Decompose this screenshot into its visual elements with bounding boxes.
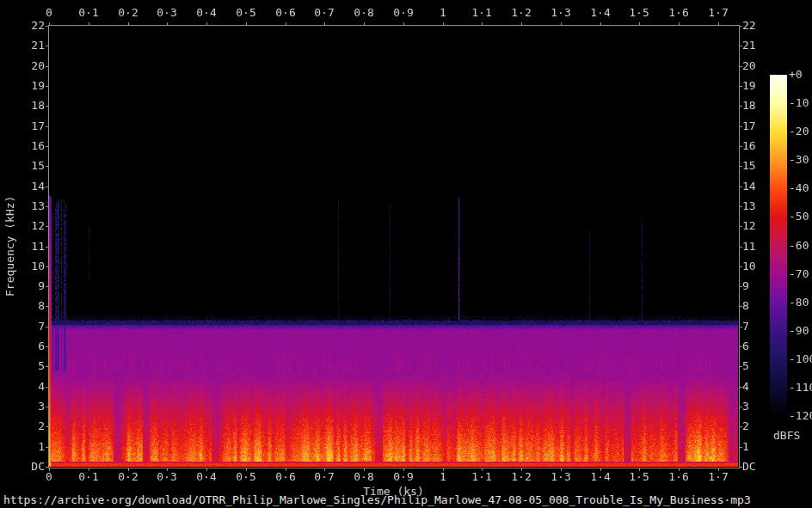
y-tick-mark-left <box>46 66 49 67</box>
y-tick-mark-left <box>46 86 49 87</box>
x-tick-label: 0 <box>32 471 66 483</box>
x-tick-label: 0·8 <box>347 471 381 483</box>
x-tick-mark-top <box>718 22 719 26</box>
x-tick-mark-top <box>443 22 444 26</box>
y-tick-label: 20 <box>742 60 777 72</box>
y-tick-mark-left <box>46 206 49 207</box>
colorbar-tick-label: -120 <box>789 410 812 422</box>
y-tick-mark-left <box>46 346 49 347</box>
x-tick-mark-top <box>128 22 129 26</box>
y-tick-mark-left <box>46 247 49 248</box>
x-tick-label: 1·2 <box>504 471 538 483</box>
x-tick-label: 0·4 <box>189 471 224 483</box>
colorbar-tick-label: -10 <box>789 97 812 109</box>
x-tick-mark-top <box>561 22 562 26</box>
colorbar-tick-label: -110 <box>789 382 812 394</box>
x-tick-mark-top <box>639 22 640 26</box>
colorbar-tick-label: -50 <box>789 211 812 223</box>
x-tick-label: 1 <box>426 471 460 483</box>
y-tick-mark-left <box>46 46 49 46</box>
x-tick-label: 0·7 <box>307 471 341 483</box>
colorbar-tick-label: -40 <box>789 182 812 194</box>
x-tick-label: 1·6 <box>661 7 696 19</box>
x-tick-mark-top <box>521 22 522 26</box>
x-tick-mark-top <box>167 22 168 26</box>
x-tick-mark-top <box>206 22 207 26</box>
y-tick-mark-left <box>46 286 49 287</box>
x-tick-mark-top <box>49 22 50 26</box>
x-tick-label: 1·3 <box>544 7 578 19</box>
x-tick-label: 0·1 <box>71 7 106 19</box>
y-tick-label: DC <box>742 461 777 473</box>
x-tick-label: 1·5 <box>622 471 656 483</box>
x-tick-mark-top <box>324 22 325 26</box>
x-tick-label: 1·3 <box>544 471 578 483</box>
y-tick-mark-left <box>46 126 49 127</box>
x-tick-label: 0·9 <box>386 7 421 19</box>
x-tick-label: 0·9 <box>386 471 421 483</box>
x-tick-label: 1·7 <box>701 471 735 483</box>
x-tick-mark-top <box>246 22 247 26</box>
y-tick-mark-left <box>46 407 49 407</box>
y-tick-mark-left <box>46 226 49 227</box>
y-tick-mark-left <box>46 447 49 448</box>
y-tick-label: 22 <box>742 20 777 32</box>
x-tick-label: 0·4 <box>189 7 224 19</box>
colorbar-tick-label: -20 <box>789 125 812 138</box>
y-tick-mark-left <box>46 467 49 468</box>
colorbar-gradient <box>770 75 787 416</box>
y-tick-mark-left <box>46 366 49 367</box>
x-tick-label: 1·6 <box>661 471 696 483</box>
x-tick-label: 0·5 <box>229 471 263 483</box>
y-tick-label: 2 <box>742 420 777 432</box>
spectrogram-page: { "figure": { "bg_color": "#000000", "ax… <box>0 0 812 508</box>
x-tick-label: 1·2 <box>504 7 538 19</box>
colorbar-unit-label: dBFS <box>773 429 800 442</box>
x-tick-label: 0·5 <box>229 7 263 19</box>
x-tick-label: 0 <box>32 7 66 19</box>
x-tick-label: 1·4 <box>583 7 618 19</box>
x-tick-label: 1·1 <box>464 471 499 483</box>
spectrogram-canvas <box>49 26 738 467</box>
x-tick-label: 1 <box>426 7 460 19</box>
footer-url: https://archive·org/download/OTRR_Philip… <box>3 493 751 506</box>
y-tick-mark-left <box>46 426 49 427</box>
x-tick-mark-top <box>286 22 286 26</box>
y-tick-mark-left <box>46 166 49 167</box>
y-axis-title: Frequency (kHz) <box>2 26 17 467</box>
x-tick-mark-top <box>364 22 365 26</box>
y-tick-mark-left <box>46 327 49 327</box>
y-tick-mark-left <box>46 266 49 267</box>
colorbar-tick-label: -80 <box>789 297 812 309</box>
x-tick-label: 0·2 <box>111 7 145 19</box>
colorbar-tick-label: -90 <box>789 325 812 337</box>
y-tick-mark-left <box>46 387 49 388</box>
x-tick-label: 0·7 <box>307 7 341 19</box>
y-tick-label: 21 <box>742 40 777 52</box>
colorbar-tick-label: -70 <box>789 268 812 280</box>
y-tick-mark-left <box>46 146 49 147</box>
y-tick-mark-left <box>46 26 49 27</box>
x-tick-label: 1·5 <box>622 7 656 19</box>
colorbar-tick-label: -100 <box>789 353 812 365</box>
x-tick-mark-top <box>600 22 601 26</box>
colorbar-tick-label: +0 <box>789 69 812 81</box>
x-tick-label: 1·4 <box>583 471 618 483</box>
y-tick-label: 1 <box>742 441 777 453</box>
x-tick-label: 1·1 <box>464 7 499 19</box>
y-tick-mark-left <box>46 187 49 187</box>
x-tick-mark-top <box>679 22 680 26</box>
colorbar-tick-label: -60 <box>789 240 812 252</box>
x-tick-mark-top <box>403 22 404 26</box>
x-tick-label: 0·1 <box>71 471 106 483</box>
colorbar-tick-label: -30 <box>789 154 812 166</box>
x-tick-label: 0·3 <box>150 471 184 483</box>
x-tick-label: 0·2 <box>111 471 145 483</box>
x-tick-label: 1·7 <box>701 7 735 19</box>
x-tick-label: 0·6 <box>268 471 303 483</box>
y-tick-mark-left <box>46 306 49 307</box>
x-tick-label: 0·6 <box>268 7 303 19</box>
x-tick-mark-top <box>89 22 89 26</box>
y-tick-mark-left <box>46 106 49 107</box>
x-tick-mark-top <box>482 22 483 26</box>
